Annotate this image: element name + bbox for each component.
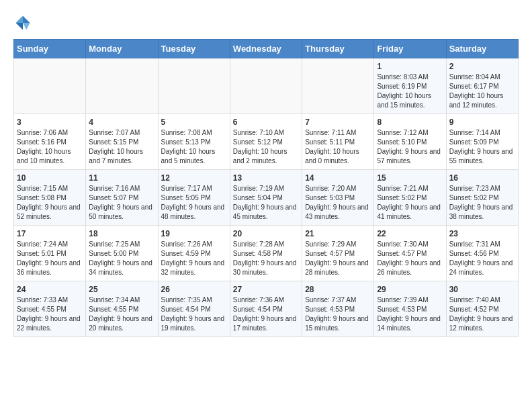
day-info: Sunrise: 7:40 AM Sunset: 4:52 PM Dayligh… (449, 295, 515, 333)
calendar-week-row: 17Sunrise: 7:24 AM Sunset: 5:01 PM Dayli… (14, 226, 519, 281)
day-number: 6 (233, 118, 299, 127)
calendar-cell (158, 58, 230, 114)
day-info: Sunrise: 7:31 AM Sunset: 4:56 PM Dayligh… (449, 240, 515, 277)
day-number: 19 (161, 229, 227, 238)
day-info: Sunrise: 7:39 AM Sunset: 4:53 PM Dayligh… (377, 295, 443, 333)
day-number: 10 (17, 173, 83, 183)
calendar-cell: 15Sunrise: 7:21 AM Sunset: 5:02 PM Dayli… (374, 170, 446, 226)
calendar-cell: 17Sunrise: 7:24 AM Sunset: 5:01 PM Dayli… (14, 226, 86, 281)
weekday-header-row: SundayMondayTuesdayWednesdayThursdayFrid… (14, 40, 519, 58)
day-number: 13 (233, 173, 299, 183)
calendar-cell: 4Sunrise: 7:07 AM Sunset: 5:15 PM Daylig… (86, 114, 158, 170)
day-info: Sunrise: 7:25 AM Sunset: 5:00 PM Dayligh… (89, 240, 154, 277)
calendar-cell: 30Sunrise: 7:40 AM Sunset: 4:52 PM Dayli… (446, 281, 518, 337)
day-info: Sunrise: 7:19 AM Sunset: 5:04 PM Dayligh… (233, 184, 299, 222)
day-number: 21 (305, 229, 371, 238)
day-number: 17 (17, 229, 83, 238)
day-number: 29 (377, 285, 443, 294)
calendar-cell: 9Sunrise: 7:14 AM Sunset: 5:09 PM Daylig… (446, 114, 518, 170)
day-info: Sunrise: 7:06 AM Sunset: 5:16 PM Dayligh… (17, 128, 83, 166)
svg-marker-0 (23, 16, 30, 24)
weekday-header: Monday (86, 40, 158, 58)
day-info: Sunrise: 7:20 AM Sunset: 5:03 PM Dayligh… (305, 184, 371, 222)
logo-icon (13, 13, 32, 32)
calendar-week-row: 3Sunrise: 7:06 AM Sunset: 5:16 PM Daylig… (14, 114, 519, 170)
calendar-cell: 1Sunrise: 8:03 AM Sunset: 6:19 PM Daylig… (374, 58, 446, 114)
weekday-header: Thursday (302, 40, 374, 58)
day-info: Sunrise: 7:23 AM Sunset: 5:02 PM Dayligh… (449, 184, 515, 222)
calendar-cell (14, 58, 86, 114)
day-info: Sunrise: 8:03 AM Sunset: 6:19 PM Dayligh… (377, 73, 443, 110)
day-info: Sunrise: 7:26 AM Sunset: 4:59 PM Dayligh… (161, 240, 227, 277)
calendar-cell: 16Sunrise: 7:23 AM Sunset: 5:02 PM Dayli… (446, 170, 518, 226)
calendar-cell: 18Sunrise: 7:25 AM Sunset: 5:00 PM Dayli… (86, 226, 158, 281)
calendar-week-row: 1Sunrise: 8:03 AM Sunset: 6:19 PM Daylig… (14, 58, 519, 114)
day-info: Sunrise: 7:24 AM Sunset: 5:01 PM Dayligh… (17, 240, 83, 277)
calendar-cell: 5Sunrise: 7:08 AM Sunset: 5:13 PM Daylig… (158, 114, 230, 170)
day-info: Sunrise: 7:16 AM Sunset: 5:07 PM Dayligh… (89, 184, 154, 222)
calendar-cell: 19Sunrise: 7:26 AM Sunset: 4:59 PM Dayli… (158, 226, 230, 281)
svg-marker-3 (23, 23, 30, 30)
logo (13, 13, 35, 32)
day-info: Sunrise: 7:33 AM Sunset: 4:55 PM Dayligh… (17, 295, 83, 333)
day-number: 12 (161, 173, 227, 183)
day-info: Sunrise: 7:30 AM Sunset: 4:57 PM Dayligh… (377, 240, 443, 277)
day-info: Sunrise: 7:37 AM Sunset: 4:53 PM Dayligh… (305, 295, 371, 333)
day-number: 16 (449, 173, 515, 183)
calendar-cell (302, 58, 374, 114)
calendar-cell: 10Sunrise: 7:15 AM Sunset: 5:08 PM Dayli… (14, 170, 86, 226)
calendar-cell (230, 58, 302, 114)
day-info: Sunrise: 7:14 AM Sunset: 5:09 PM Dayligh… (449, 128, 515, 166)
day-number: 5 (161, 118, 227, 127)
calendar-week-row: 10Sunrise: 7:15 AM Sunset: 5:08 PM Dayli… (14, 170, 519, 226)
calendar-cell: 23Sunrise: 7:31 AM Sunset: 4:56 PM Dayli… (446, 226, 518, 281)
calendar-cell: 8Sunrise: 7:12 AM Sunset: 5:10 PM Daylig… (374, 114, 446, 170)
day-number: 2 (449, 62, 515, 71)
day-number: 7 (305, 118, 371, 127)
day-info: Sunrise: 7:10 AM Sunset: 5:12 PM Dayligh… (233, 128, 299, 166)
day-number: 15 (377, 173, 443, 183)
day-info: Sunrise: 7:15 AM Sunset: 5:08 PM Dayligh… (17, 184, 83, 222)
calendar-cell: 28Sunrise: 7:37 AM Sunset: 4:53 PM Dayli… (302, 281, 374, 337)
calendar-cell: 27Sunrise: 7:36 AM Sunset: 4:54 PM Dayli… (230, 281, 302, 337)
calendar-cell: 3Sunrise: 7:06 AM Sunset: 5:16 PM Daylig… (14, 114, 86, 170)
day-number: 27 (233, 285, 299, 294)
weekday-header: Saturday (446, 40, 518, 58)
weekday-header: Tuesday (158, 40, 230, 58)
calendar-cell: 2Sunrise: 8:04 AM Sunset: 6:17 PM Daylig… (446, 58, 518, 114)
calendar-cell: 6Sunrise: 7:10 AM Sunset: 5:12 PM Daylig… (230, 114, 302, 170)
calendar-cell: 12Sunrise: 7:17 AM Sunset: 5:05 PM Dayli… (158, 170, 230, 226)
day-info: Sunrise: 7:21 AM Sunset: 5:02 PM Dayligh… (377, 184, 443, 222)
day-number: 22 (377, 229, 443, 238)
svg-marker-2 (16, 23, 24, 30)
day-info: Sunrise: 7:29 AM Sunset: 4:57 PM Dayligh… (305, 240, 371, 277)
weekday-header: Wednesday (230, 40, 302, 58)
day-number: 30 (449, 285, 515, 294)
day-number: 20 (233, 229, 299, 238)
calendar-week-row: 24Sunrise: 7:33 AM Sunset: 4:55 PM Dayli… (14, 281, 519, 337)
day-number: 25 (89, 285, 154, 294)
calendar-cell: 25Sunrise: 7:34 AM Sunset: 4:55 PM Dayli… (86, 281, 158, 337)
svg-marker-1 (16, 16, 24, 24)
calendar-cell: 7Sunrise: 7:11 AM Sunset: 5:11 PM Daylig… (302, 114, 374, 170)
weekday-header: Sunday (14, 40, 86, 58)
calendar-cell: 22Sunrise: 7:30 AM Sunset: 4:57 PM Dayli… (374, 226, 446, 281)
day-info: Sunrise: 7:34 AM Sunset: 4:55 PM Dayligh… (89, 295, 154, 333)
day-number: 26 (161, 285, 227, 294)
calendar-cell: 26Sunrise: 7:35 AM Sunset: 4:54 PM Dayli… (158, 281, 230, 337)
page-header (13, 13, 519, 32)
calendar-cell: 20Sunrise: 7:28 AM Sunset: 4:58 PM Dayli… (230, 226, 302, 281)
day-number: 1 (377, 62, 443, 71)
day-number: 11 (89, 173, 154, 183)
calendar-cell: 29Sunrise: 7:39 AM Sunset: 4:53 PM Dayli… (374, 281, 446, 337)
calendar-cell: 13Sunrise: 7:19 AM Sunset: 5:04 PM Dayli… (230, 170, 302, 226)
day-number: 9 (449, 118, 515, 127)
calendar-cell (86, 58, 158, 114)
calendar-cell: 11Sunrise: 7:16 AM Sunset: 5:07 PM Dayli… (86, 170, 158, 226)
calendar-table: SundayMondayTuesdayWednesdayThursdayFrid… (13, 39, 519, 337)
day-info: Sunrise: 7:07 AM Sunset: 5:15 PM Dayligh… (89, 128, 154, 166)
calendar-cell: 24Sunrise: 7:33 AM Sunset: 4:55 PM Dayli… (14, 281, 86, 337)
day-number: 8 (377, 118, 443, 127)
day-number: 14 (305, 173, 371, 183)
day-number: 28 (305, 285, 371, 294)
